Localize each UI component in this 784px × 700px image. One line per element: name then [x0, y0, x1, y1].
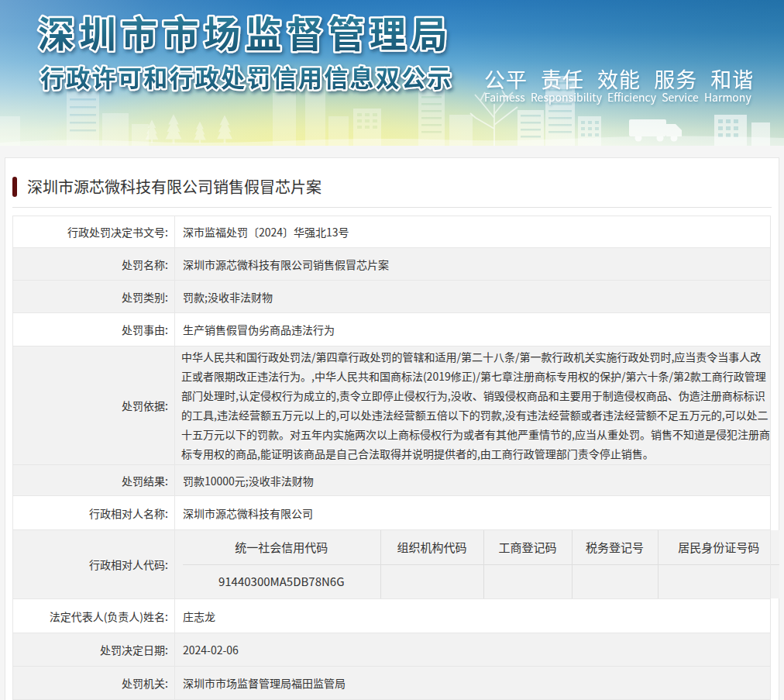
row-value: 深圳市源芯微科技有限公司销售假冒芯片案 — [175, 248, 771, 281]
code-header-row: 统一社会信用代码 组织机构代码 工商登记码 税务登记号 居民身份证号码 — [183, 530, 779, 564]
page-body: 深圳市源芯微科技有限公司销售假冒芯片案 行政处罚决定书文号: 深市监福处罚〔20… — [0, 146, 784, 700]
site-banner: 深圳市市场监督管理局 行政许可和行政处罚信用信息双公示 公平 责任 效能 服务 … — [0, 0, 784, 146]
code-col-header: 统一社会信用代码 — [183, 530, 380, 564]
banner-title: 深圳市市场监督管理局 — [38, 5, 452, 58]
row-value: 深圳市市场监督管理局福田监管局 — [175, 667, 771, 700]
row-value: 罚款;没收非法财物 — [175, 281, 771, 313]
title-accent-bar — [12, 177, 17, 197]
penalty-info-table: 行政处罚决定书文号: 深市监福处罚〔2024〕华强北13号 处罚名称: 深圳市源… — [12, 216, 771, 700]
row-label: 处罚名称: — [13, 248, 175, 281]
banner-art: 深圳市市场监督管理局 行政许可和行政处罚信用信息双公示 公平 责任 效能 服务 … — [0, 0, 784, 146]
code-col-value — [380, 564, 483, 598]
skyline-left-buildings — [0, 91, 149, 146]
title-divider — [12, 207, 772, 208]
table-row: 处罚结果: 罚款10000元;没收非法财物 — [13, 465, 771, 496]
row-label: 行政处罚决定书文号: — [13, 216, 175, 248]
table-row: 处罚名称: 深圳市源芯微科技有限公司销售假冒芯片案 — [13, 248, 771, 281]
row-value: 中华人民共和国行政处罚法/第四章行政处罚的管辖和适用/第二十八条/第一款行政机关… — [175, 347, 771, 465]
row-value-code-table: 统一社会信用代码 组织机构代码 工商登记码 税务登记号 居民身份证号码 9144… — [175, 530, 771, 599]
row-value: 罚款10000元;没收非法财物 — [175, 465, 771, 496]
row-label: 处罚类别: — [13, 281, 175, 313]
pine-tree-icon — [166, 114, 182, 143]
pine-tree-icon — [217, 116, 232, 143]
row-label: 处罚机关: — [13, 667, 175, 700]
row-label: 行政相对人代码: — [13, 530, 175, 599]
table-row: 处罚事由: 生产销售假冒伪劣商品违法行为 — [13, 313, 771, 347]
table-row: 处罚机关: 深圳市市场监督管理局福田监管局 — [13, 667, 771, 700]
banner-motto-en: Faimess Responsibility Efficiency Servic… — [484, 89, 751, 105]
code-col-value — [572, 564, 658, 598]
pine-tree-icon — [194, 122, 205, 143]
row-value: 庄志龙 — [175, 599, 771, 633]
table-row: 行政相对人名称: 深圳市源芯微科技有限公司 — [13, 496, 771, 530]
row-value: 深圳市源芯微科技有限公司 — [175, 496, 771, 530]
code-col-value: 91440300MA5DB78N6G — [183, 564, 380, 598]
banner-pines — [146, 114, 232, 143]
row-label: 处罚事由: — [13, 313, 175, 347]
row-value: 深市监福处罚〔2024〕华强北13号 — [175, 216, 771, 248]
content-card: 深圳市源芯微科技有限公司销售假冒芯片案 行政处罚决定书文号: 深市监福处罚〔20… — [5, 157, 779, 700]
code-col-header: 工商登记码 — [483, 530, 572, 564]
table-row: 行政处罚决定书文号: 深市监福处罚〔2024〕华强北13号 — [13, 216, 771, 248]
code-col-header: 组织机构代码 — [380, 530, 483, 564]
row-value: 2024-02-06 — [175, 633, 771, 667]
table-row: 处罚决定日期: 2024-02-06 — [13, 633, 771, 667]
page-title: 深圳市源芯微科技有限公司销售假冒芯片案 — [27, 176, 322, 197]
code-col-header: 居民身份证号码 — [658, 530, 779, 564]
row-label: 处罚依据: — [13, 347, 175, 465]
table-row: 处罚类别: 罚款;没收非法财物 — [13, 281, 771, 313]
code-col-header: 税务登记号 — [572, 530, 658, 564]
table-row: 法定代表人(负责人)姓名: 庄志龙 — [13, 599, 771, 633]
article-title-block: 深圳市源芯微科技有限公司销售假冒芯片案 — [12, 176, 772, 197]
skyline-mid-buildings — [353, 90, 473, 146]
row-label: 法定代表人(负责人)姓名: — [13, 599, 175, 633]
row-value: 生产销售假冒伪劣商品违法行为 — [175, 313, 771, 347]
row-label: 行政相对人名称: — [13, 496, 175, 530]
row-label: 处罚决定日期: — [13, 633, 175, 667]
table-row-code: 行政相对人代码: 统一社会信用代码 组织机构代码 工商登记码 税务登记号 居民身… — [13, 530, 771, 599]
code-col-value — [483, 564, 572, 598]
row-label: 处罚结果: — [13, 465, 175, 496]
banner-subtitle: 行政许可和行政处罚信用信息双公示 — [40, 59, 453, 94]
code-col-value — [658, 564, 779, 598]
code-value-row: 91440300MA5DB78N6G — [183, 564, 779, 598]
table-row: 处罚依据: 中华人民共和国行政处罚法/第四章行政处罚的管辖和适用/第二十八条/第… — [13, 347, 771, 465]
code-table: 统一社会信用代码 组织机构代码 工商登记码 税务登记号 居民身份证号码 9144… — [183, 530, 779, 598]
